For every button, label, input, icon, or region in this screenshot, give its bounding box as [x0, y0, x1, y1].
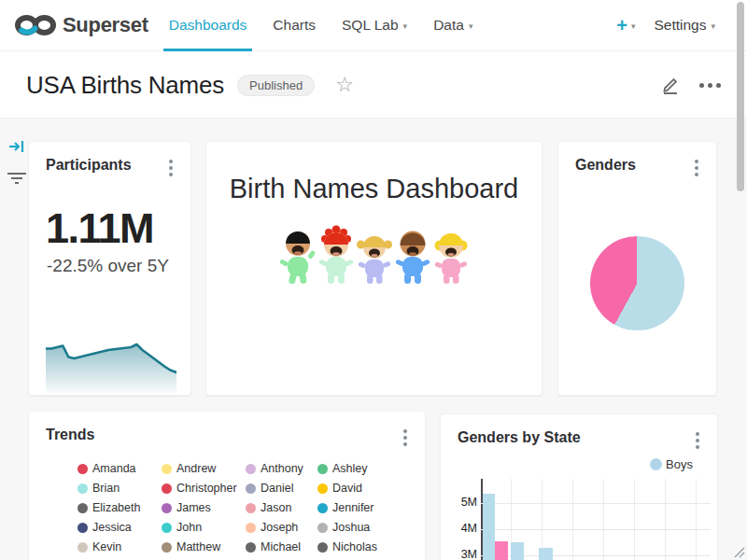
legend-item-michael[interactable]: Michael — [246, 540, 317, 553]
nav-item-label: Dashboards — [169, 17, 247, 34]
children-illustration — [206, 225, 542, 287]
edit-pencil-icon[interactable] — [660, 75, 681, 95]
filter-rail — [4, 139, 30, 189]
genders-card: Genders — [557, 141, 717, 396]
legend-label: Jason — [261, 501, 291, 514]
legend-item-christopher[interactable]: Christopher — [162, 482, 246, 495]
settings-menu[interactable]: Settings ▾ — [650, 17, 719, 34]
legend-dot — [162, 542, 172, 553]
legend-item-brian[interactable]: Brian — [78, 482, 162, 495]
legend-dot — [317, 523, 328, 533]
legend-dot — [246, 542, 256, 553]
legend-item-joshua[interactable]: Joshua — [317, 521, 411, 534]
legend-label: Daniel — [261, 482, 293, 495]
legend-item-james[interactable]: James — [162, 501, 246, 514]
expand-filter-bar-icon[interactable] — [8, 139, 25, 158]
legend-label: James — [176, 501, 211, 514]
legend-item-jessica[interactable]: Jessica — [78, 521, 162, 534]
kebab-menu-icon[interactable] — [693, 429, 702, 452]
legend-label: Nicholas — [332, 540, 377, 553]
legend-dot — [162, 464, 172, 474]
legend-label: Christopher — [176, 482, 237, 495]
gridline — [481, 503, 711, 504]
legend-dot — [162, 483, 172, 494]
legend-item-andrew[interactable]: Andrew — [162, 462, 246, 475]
legend-label: Michael — [261, 540, 301, 553]
kebab-menu-icon[interactable] — [401, 427, 410, 449]
child-figure-blue — [394, 225, 431, 287]
legend-dot — [78, 503, 88, 513]
legend-item-jason[interactable]: Jason — [246, 501, 317, 514]
new-item-button[interactable]: + ▾ — [611, 16, 641, 35]
legend-item-kevin[interactable]: Kevin — [78, 540, 162, 553]
kebab-menu-icon[interactable] — [692, 157, 701, 179]
legend-dot — [246, 464, 256, 474]
legend-label: Anthony — [261, 462, 303, 475]
genders-pie-chart[interactable] — [590, 236, 684, 330]
legend-label: David — [332, 482, 362, 495]
bar-boys[interactable] — [483, 494, 495, 560]
genders-card-title: Genders — [575, 157, 636, 174]
legend-item-jennifer[interactable]: Jennifer — [317, 501, 411, 514]
legend-dot — [317, 503, 328, 513]
legend-item-amanda[interactable]: Amanda — [78, 462, 162, 475]
nav-item-label: Data — [433, 17, 464, 34]
boys-legend-item[interactable]: Boys — [650, 457, 693, 471]
legend-item-daniel[interactable]: Daniel — [246, 482, 317, 495]
participants-subheader: -22.5% over 5Y — [29, 252, 190, 276]
bar-girls[interactable] — [495, 541, 508, 560]
chevron-down-icon: ▾ — [631, 21, 636, 31]
y-axis-tick-label: 4M — [440, 522, 477, 535]
vertical-scrollbar[interactable] — [737, 2, 744, 191]
legend-item-john[interactable]: John — [162, 521, 246, 534]
nav-menu: DashboardsChartsSQL Lab▾Data▾ — [156, 0, 486, 50]
nav-item-sql-lab[interactable]: SQL Lab▾ — [329, 0, 420, 50]
legend-item-ashley[interactable]: Ashley — [317, 462, 411, 475]
legend-label: John — [176, 521, 202, 534]
legend-dot — [78, 523, 88, 533]
participants-card: Participants 1.11M -22.5% over 5Y — [28, 141, 191, 396]
legend-dot — [78, 542, 88, 553]
legend-item-elizabeth[interactable]: Elizabeth — [78, 501, 162, 514]
boys-legend-dot — [650, 458, 662, 470]
nav-item-data[interactable]: Data▾ — [420, 0, 486, 50]
legend-dot — [162, 523, 172, 533]
genders-by-state-card-title: Genders by State — [458, 429, 581, 446]
legend-label: Joshua — [332, 521, 370, 534]
dashboard-canvas: Participants 1.11M -22.5% over 5Y Birth … — [0, 119, 747, 560]
child-figure-pigtails — [356, 225, 393, 287]
legend-label: Jessica — [92, 521, 132, 534]
bar-boys[interactable] — [539, 548, 553, 560]
legend-item-joseph[interactable]: Joseph — [246, 521, 317, 534]
genders-by-state-card: Genders by State Boys 5M4M3M — [440, 413, 718, 560]
bar-boys[interactable] — [511, 542, 524, 560]
dashboard-header: USA Births Names Published ☆ — [0, 52, 747, 119]
legend-dot — [162, 503, 172, 513]
legend-item-david[interactable]: David — [317, 482, 411, 495]
genders-by-state-bar-chart[interactable]: 5M4M3M — [481, 479, 711, 560]
legend-label: Matthew — [176, 540, 220, 553]
y-axis-tick-label: 5M — [440, 496, 477, 509]
trends-legend: AmandaAndrewAnthonyAshleyBrianChristophe… — [78, 462, 425, 560]
legend-item-matthew[interactable]: Matthew — [162, 540, 246, 553]
nav-item-charts[interactable]: Charts — [260, 0, 329, 50]
y-axis-tick-label: 3M — [440, 548, 477, 560]
published-badge[interactable]: Published — [237, 75, 315, 96]
legend-item-anthony[interactable]: Anthony — [246, 462, 317, 475]
legend-dot — [78, 483, 88, 494]
resize-handle-icon[interactable] — [731, 544, 745, 558]
more-actions-icon[interactable] — [699, 83, 721, 88]
nav-item-dashboards[interactable]: Dashboards — [156, 0, 261, 50]
legend-label: Brian — [92, 482, 120, 495]
gridline — [481, 529, 711, 530]
legend-label: Ashley — [332, 462, 368, 475]
child-figure-redhair — [317, 225, 355, 287]
filter-lines-icon[interactable] — [7, 171, 27, 189]
superset-logo[interactable]: Superset — [0, 0, 156, 50]
favorite-star-icon[interactable]: ☆ — [335, 75, 354, 95]
infinity-logo-icon — [14, 9, 57, 41]
dashboard-title: USA Births Names — [26, 71, 224, 100]
legend-label: Jennifer — [332, 501, 374, 514]
kebab-menu-icon[interactable] — [166, 157, 176, 179]
legend-item-nicholas[interactable]: Nicholas — [317, 540, 411, 553]
